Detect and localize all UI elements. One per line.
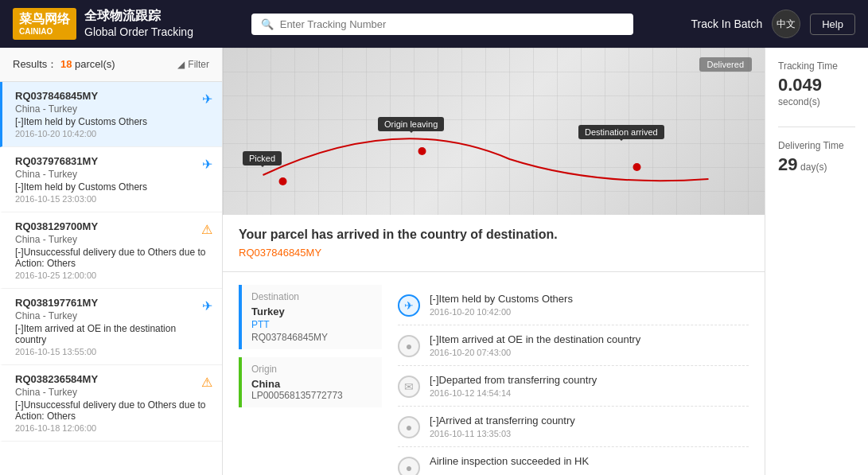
- parcel-route: China - Turkey: [15, 310, 209, 321]
- delivering-time-unit: day(s): [800, 162, 827, 173]
- svg-point-1: [418, 147, 426, 155]
- warning-icon: ⚠: [201, 222, 212, 237]
- route-map-svg: [223, 48, 765, 215]
- header: 菜鸟网络 CAINIAO 全球物流跟踪 Global Order Trackin…: [0, 0, 868, 48]
- event-desc: [-]Item arrived at OE in the destination…: [430, 333, 640, 345]
- tracking-time-unit: second(s): [778, 96, 820, 107]
- tracking-time-label: Tracking Time: [778, 60, 855, 72]
- logo-area: 菜鸟网络 CAINIAO 全球物流跟踪 Global Order Trackin…: [13, 7, 193, 41]
- search-icon: 🔍: [261, 18, 274, 30]
- event-item-3: ● [-]Arrived at transferring country 201…: [398, 407, 749, 447]
- event-date: 2016-10-11 13:35:03: [430, 429, 575, 438]
- event-desc: Airline inspection succeeded in HK: [430, 455, 589, 467]
- picked-label: Picked: [243, 151, 282, 165]
- panel-divider: [778, 127, 855, 127]
- parcel-status: [-]Item arrived at OE in the destination…: [15, 323, 209, 345]
- parcel-route: China - Turkey: [15, 169, 209, 180]
- parcel-id: RQ038129700MY: [15, 220, 209, 232]
- language-button[interactable]: 中文: [772, 10, 800, 38]
- event-content: Airline inspection succeeded in HK: [430, 455, 589, 467]
- warning-icon: ⚠: [201, 375, 212, 390]
- dest-carrier: PTT: [251, 319, 372, 330]
- search-bar[interactable]: 🔍: [251, 14, 633, 35]
- filter-button[interactable]: ◢ Filter: [177, 59, 209, 70]
- parcel-item-2[interactable]: RQ038129700MY China - Turkey [-]Unsucces…: [0, 212, 222, 289]
- sidebar-header: Results： 18 parcel(s) ◢ Filter: [0, 48, 222, 82]
- origin-label: Origin: [251, 364, 372, 375]
- svg-point-2: [633, 163, 641, 171]
- delivered-badge: Delivered: [699, 57, 752, 72]
- parcel-route: China - Turkey: [15, 103, 209, 115]
- title-en: Global Order Tracking: [84, 25, 193, 41]
- origin-country: China: [251, 378, 372, 390]
- parcel-date: 2016-10-15 23:03:00: [15, 194, 209, 204]
- tracking-time-value-area: 0.049 second(s): [778, 75, 855, 107]
- event-item-1: ● [-]Item arrived at OE in the destinati…: [398, 325, 749, 366]
- parcel-id: RQ037976831MY: [15, 155, 209, 167]
- event-content: [-]Item held by Customs Others 2016-10-2…: [430, 293, 573, 317]
- parcel-status: [-]Unsuccessful delivery due to Others d…: [15, 247, 209, 269]
- tracking-message: Your parcel has arrived in the country o…: [239, 228, 749, 242]
- dest-country: Turkey: [251, 306, 372, 317]
- parcel-item-4[interactable]: RQ038236584MY China - Turkey [-]Unsucces…: [0, 365, 222, 442]
- parcel-status: [-]Item held by Customs Others: [15, 181, 209, 193]
- event-icon-email: ✉: [398, 376, 420, 398]
- map-background: Picked Origin leaving Destination arrive…: [223, 48, 765, 215]
- delivering-time-value: 29: [778, 154, 797, 174]
- event-date: 2016-10-12 14:54:14: [430, 388, 597, 398]
- tracking-info: Your parcel has arrived in the country o…: [223, 215, 765, 272]
- parcel-id: RQ037846845MY: [15, 90, 209, 102]
- search-input[interactable]: [280, 18, 624, 30]
- event-content: [-]Arrived at transferring country 2016-…: [430, 415, 575, 438]
- logo-title: 全球物流跟踪 Global Order Tracking: [84, 7, 193, 41]
- parcel-id: RQ038197761MY: [15, 297, 209, 309]
- destination-arrived-label: Destination arrived: [578, 125, 664, 139]
- event-content: [-]Item arrived at OE in the destination…: [430, 333, 640, 357]
- content-area: Picked Origin leaving Destination arrive…: [223, 48, 765, 475]
- plane-icon: ✈: [202, 91, 212, 107]
- help-button[interactable]: Help: [810, 14, 855, 35]
- details-section: Destination Turkey PTT RQ037846845MY Ori…: [223, 272, 765, 475]
- parcel-id: RQ038236584MY: [15, 373, 209, 385]
- logo-en: CAINIAO: [19, 27, 70, 37]
- parcel-route: China - Turkey: [15, 387, 209, 398]
- parcel-item-1[interactable]: RQ037976831MY China - Turkey [-]Item hel…: [0, 147, 222, 212]
- event-icon-plane: ✈: [398, 294, 420, 317]
- logo-cn: 菜鸟网络: [19, 12, 70, 25]
- origin-card: Origin China LP000568135772773: [239, 357, 382, 407]
- svg-point-0: [279, 177, 287, 185]
- title-cn: 全球物流跟踪: [84, 7, 193, 25]
- dest-tracking-id: RQ037846845MY: [251, 332, 372, 343]
- parcel-item-0[interactable]: RQ037846845MY China - Turkey [-]Item hel…: [0, 82, 222, 147]
- track-batch-button[interactable]: Track In Batch: [691, 18, 762, 30]
- event-desc: [-]Arrived at transferring country: [430, 415, 575, 426]
- tracking-id-display: RQ037846845MY: [239, 247, 749, 259]
- delivering-time-value-area: 29 day(s): [778, 154, 855, 175]
- filter-icon: ◢: [177, 59, 185, 70]
- parcel-date: 2016-10-15 13:55:00: [15, 347, 209, 356]
- event-icon-dot2: ●: [398, 416, 420, 438]
- tracking-time-block: Tracking Time 0.049 second(s): [778, 60, 855, 107]
- delivering-time-block: Delivering Time 29 day(s): [778, 140, 855, 175]
- event-item-2: ✉ [-]Departed from transferring country …: [398, 366, 749, 407]
- tracking-time-value: 0.049: [778, 75, 822, 95]
- event-item-4: ● Airline inspection succeeded in HK: [398, 447, 749, 475]
- parcel-count: 18: [60, 58, 72, 70]
- results-label: Results： 18 parcel(s): [13, 57, 115, 72]
- event-date: 2016-10-20 07:43:00: [430, 348, 640, 357]
- event-icon-dot: ●: [398, 335, 420, 357]
- header-actions: Track In Batch 中文 Help: [691, 10, 855, 38]
- event-date: 2016-10-20 10:42:00: [430, 307, 573, 317]
- parcel-route: China - Turkey: [15, 234, 209, 245]
- parcel-item-3[interactable]: RQ038197761MY China - Turkey [-]Item arr…: [0, 289, 222, 365]
- parcel-date: 2016-10-25 12:00:00: [15, 271, 209, 280]
- main-layout: Results： 18 parcel(s) ◢ Filter RQ0378468…: [0, 48, 868, 475]
- events-list: ✈ [-]Item held by Customs Others 2016-10…: [398, 285, 749, 475]
- plane-icon: ✈: [202, 157, 212, 172]
- event-content: [-]Departed from transferring country 20…: [430, 374, 597, 398]
- plane-icon: ✈: [202, 298, 212, 313]
- parcel-date: 2016-10-18 12:06:00: [15, 423, 209, 433]
- event-desc: [-]Item held by Customs Others: [430, 293, 573, 305]
- event-desc: [-]Departed from transferring country: [430, 374, 597, 386]
- map-section: Picked Origin leaving Destination arrive…: [223, 48, 765, 215]
